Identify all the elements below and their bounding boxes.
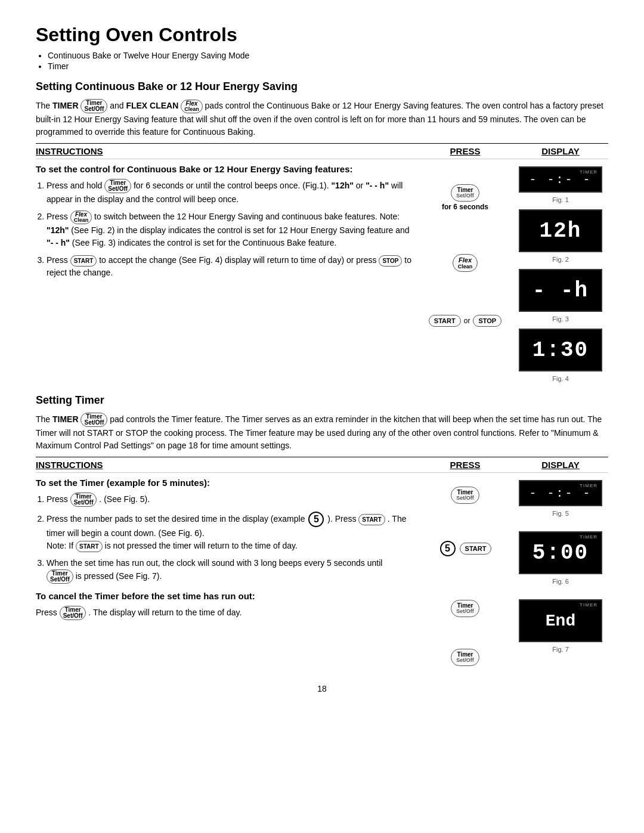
bullet-1: Continuous Bake or Twelve Hour Energy Sa… xyxy=(48,51,608,60)
display-fig1: TIMER - -:- - xyxy=(519,166,602,193)
col-display-label: DISPLAY xyxy=(513,146,608,156)
display-fig7: TIMER End xyxy=(519,599,602,642)
fig6-text: 5:00 xyxy=(532,541,589,565)
start-btn-press-ts2: START xyxy=(460,543,492,555)
fig5-label: Fig. 5 xyxy=(552,510,569,517)
timer-label-fig1: TIMER xyxy=(580,169,597,175)
timer-press-cancel: Timer Set/Off xyxy=(451,649,479,666)
press-col-2: Timer Set/Off 5 START Timer Set/Off Time… xyxy=(417,478,513,666)
timer-press-ts3: Timer Set/Off xyxy=(451,600,479,617)
cancel-text: Press TimerSet/Off . The display will re… xyxy=(36,606,411,620)
instructions-col: To set the control for Continuous Bake o… xyxy=(36,164,417,382)
timer-btn-step1: TimerSet/Off xyxy=(104,179,131,193)
display-col-1: TIMER - -:- - Fig. 1 12h Fig. 2 - -h Fig… xyxy=(513,164,608,382)
section1-col-header: INSTRUCTIONS PRESS DISPLAY xyxy=(36,143,608,159)
display-fig5: TIMER - -:- - xyxy=(519,480,602,506)
step2: Press FlexClean to switch between the 12… xyxy=(47,210,411,249)
display-fig4: 1:30 xyxy=(519,329,602,371)
step1: Press and hold TimerSet/Off for 6 second… xyxy=(47,179,411,206)
start-btn-step3: START xyxy=(70,255,97,267)
fig4-text: 1:30 xyxy=(532,338,589,363)
fig2-label: Fig. 2 xyxy=(552,256,569,263)
intro-bullets: Continuous Bake or Twelve Hour Energy Sa… xyxy=(48,51,608,71)
section2-subheading1: To set the Timer (example for 5 minutes)… xyxy=(36,478,411,488)
col-press-label-2: PRESS xyxy=(417,460,513,470)
timer-press-ts1: Timer Set/Off xyxy=(451,487,479,504)
flexclean-btn-press2: Flex Clean xyxy=(453,254,478,272)
section2-intro: The TIMER TimerSet/Off pad controls the … xyxy=(36,413,608,452)
section2-heading: Setting Timer xyxy=(36,394,608,407)
section1-body: To set the control for Continuous Bake o… xyxy=(36,164,608,382)
section1-heading: Setting Continuous Bake or 12 Hour Energ… xyxy=(36,80,608,93)
display-col-2: TIMER - -:- - Fig. 5 TIMER 5:00 Fig. 6 T… xyxy=(513,478,608,666)
stop-btn-press3: STOP xyxy=(473,315,501,327)
step3: Press START to accept the change (See Fi… xyxy=(47,254,411,279)
number-5-press: 5 xyxy=(440,541,456,556)
col-instructions-label: INSTRUCTIONS xyxy=(36,146,417,156)
section1-subheading: To set the control for Continuous Bake o… xyxy=(36,164,411,174)
section1-intro: The TIMER TimerSet/Off and FLEX CLEAN Fl… xyxy=(36,99,608,138)
timer-label-fig7: TIMER xyxy=(580,602,597,608)
col-press-label: PRESS xyxy=(417,146,513,156)
fig4-label: Fig. 4 xyxy=(552,375,569,382)
stop-btn-step3: STOP xyxy=(379,255,402,267)
fig7-text: End xyxy=(546,612,575,630)
section1-steps: Press and hold TimerSet/Off for 6 second… xyxy=(47,179,411,279)
col-display-label-2: DISPLAY xyxy=(513,460,608,470)
start-btn-press3: START xyxy=(429,315,461,327)
timer-label-fig5: TIMER xyxy=(580,483,597,488)
fig1-label: Fig. 1 xyxy=(552,196,569,203)
timer-btn-cancel: TimerSet/Off xyxy=(60,606,86,620)
display-fig2: 12h xyxy=(519,209,602,252)
flexclean-btn-inline: FlexClean xyxy=(181,100,203,113)
fig2-text: 12h xyxy=(540,219,582,243)
display-fig3: - -h xyxy=(519,269,602,312)
section2-subheading2: To cancel the Timer before the set time … xyxy=(36,591,411,601)
start-btn-ts2: START xyxy=(358,514,385,525)
timer-step2: Press the number pads to set the desired… xyxy=(47,512,411,552)
timer-step1: Press TimerSet/Off . (See Fig. 5). xyxy=(47,493,411,507)
timer-btn-ts1: TimerSet/Off xyxy=(70,493,97,507)
fig3-text: - -h xyxy=(532,278,589,303)
section2-col-header: INSTRUCTIONS PRESS DISPLAY xyxy=(36,457,608,473)
timer-btn-ts3: TimerSet/Off xyxy=(47,569,73,584)
timer-btn-inline: TimerSet/Off xyxy=(80,99,107,113)
col-instructions-label-2: INSTRUCTIONS xyxy=(36,460,417,470)
page-number: 18 xyxy=(36,684,608,693)
flexclean-btn-step2: FlexClean xyxy=(70,210,92,224)
fig6-label: Fig. 6 xyxy=(552,578,569,585)
timer-label-fig6: TIMER xyxy=(580,534,597,540)
for-seconds-label: for 6 seconds xyxy=(442,203,488,211)
start-btn-ts2-note: START xyxy=(76,541,103,552)
press-col-1: Timer Set/Off for 6 seconds Flex Clean S… xyxy=(417,164,513,382)
fig7-label: Fig. 7 xyxy=(552,646,569,653)
page-title: Setting Oven Controls xyxy=(36,24,608,46)
timer-btn-press1: Timer Set/Off xyxy=(451,184,479,202)
section2-body: To set the Timer (example for 5 minutes)… xyxy=(36,478,608,666)
bullet-2: Timer xyxy=(48,61,608,71)
timer-step3: When the set time has run out, the clock… xyxy=(47,557,411,584)
instructions-col-2: To set the Timer (example for 5 minutes)… xyxy=(36,478,417,666)
section2-steps: Press TimerSet/Off . (See Fig. 5). Press… xyxy=(47,493,411,584)
number-5-circle: 5 xyxy=(308,512,324,527)
timer-btn-s2: TimerSet/Off xyxy=(80,413,107,427)
fig3-label: Fig. 3 xyxy=(552,315,569,323)
display-fig6: TIMER 5:00 xyxy=(519,531,602,574)
